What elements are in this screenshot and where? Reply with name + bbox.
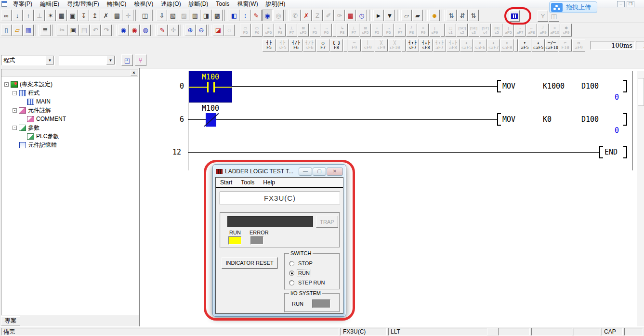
fkey-button[interactable]: ⊠sF5 <box>360 24 371 37</box>
toolbar-button[interactable] <box>369 10 372 21</box>
redo-icon[interactable]: ↷ <box>101 25 112 36</box>
fkey-button[interactable]: =aF10 <box>549 24 560 37</box>
toolbar-button[interactable] <box>114 25 117 36</box>
falling-edge-button[interactable]: ↓caF5 <box>532 39 545 52</box>
add-row-icon[interactable]: ↥ <box>90 10 100 21</box>
open-file-icon[interactable]: ▱ <box>12 25 23 36</box>
panel-grip[interactable]: × <box>1 69 138 77</box>
diagnostics-icon[interactable]: ☻ <box>429 10 440 21</box>
toolbar-button[interactable] <box>397 10 400 21</box>
monitor-a-icon[interactable]: ⇅ <box>446 10 457 21</box>
ladder-cursor-cell[interactable]: M100 <box>189 71 232 103</box>
parallel-closed-button[interactable]: ┤/├sF6 <box>303 39 316 52</box>
tree-item-comment-folder[interactable]: - 元件註解 <box>1 106 138 115</box>
falling-pulse-button[interactable]: ┤↓├sF8 <box>420 39 433 52</box>
close-icon[interactable]: × <box>131 70 137 76</box>
delete-h-line-button[interactable]: ╳cF9 <box>375 39 388 52</box>
radio-icon[interactable] <box>289 271 294 276</box>
tree-item-main[interactable]: MAIN <box>1 97 138 106</box>
fkey-button[interactable]: ┘F8 <box>406 24 417 37</box>
tree-item-device-memory[interactable]: 元件記憶體 <box>1 141 138 149</box>
tree-expand-icon[interactable]: - <box>4 82 9 87</box>
cascade-icon[interactable]: ▱ <box>401 10 412 21</box>
switch-radio[interactable]: STOP <box>289 260 314 267</box>
menu-convert[interactable]: 轉換(C) <box>103 0 131 8</box>
find-abc-icon[interactable]: ◍ <box>140 25 151 36</box>
closed-contact-button[interactable]: ┤/├F6 <box>289 39 302 52</box>
restore-button[interactable]: ❐ <box>627 1 634 7</box>
fkey-button[interactable]: ¬aF7 <box>514 24 526 37</box>
toolbar-button[interactable] <box>209 25 211 36</box>
rising-pulse-button[interactable]: ┤↑├sF7 <box>406 39 419 52</box>
fkey-button[interactable]: +F5 <box>309 24 320 37</box>
tree-item-comment[interactable]: COMMENT <box>1 115 138 123</box>
drag-upload-button[interactable]: 拖拽上传 <box>549 1 597 13</box>
monitor-c-icon[interactable]: ⇅ <box>468 10 479 21</box>
menu-tools[interactable]: Tools <box>212 0 233 8</box>
coil-button[interactable]: ○F7 <box>316 39 329 52</box>
write-mode-icon[interactable]: ✎ <box>157 25 168 36</box>
radio-icon[interactable] <box>289 261 294 266</box>
toolbar-button[interactable] <box>224 10 227 21</box>
block-combo[interactable]: ▼ <box>59 55 116 65</box>
menu-online[interactable]: 連線(O) <box>157 0 184 8</box>
project-tree-toggle-icon[interactable]: ⑂ <box>135 54 146 66</box>
grid-monitor-icon[interactable]: ▩ <box>212 10 223 21</box>
indicator-reset-button[interactable]: INDICATOR RESET <box>222 257 277 269</box>
toolbar-button[interactable] <box>152 10 155 21</box>
step-stop-icon[interactable]: ▼ <box>384 10 395 21</box>
toolbar-button[interactable] <box>425 10 428 21</box>
chevron-down-icon[interactable]: ▼ <box>46 56 54 65</box>
edit-a-icon[interactable]: ✐ <box>323 10 334 21</box>
fkey-button[interactable]: ¬F6 <box>321 24 332 37</box>
io-grid-icon[interactable]: ▦ <box>345 10 356 21</box>
dialog-close-button[interactable]: ✕ <box>327 168 343 176</box>
fkey-button[interactable]: ↳F8 <box>337 24 348 37</box>
toolbar-button[interactable] <box>135 10 138 21</box>
fkey-button[interactable]: =F9 <box>418 24 429 37</box>
screen-switch-icon[interactable]: ◪ <box>213 25 223 36</box>
drag-icon[interactable]: ✛ <box>123 10 133 21</box>
rising-edge-button[interactable]: ↑aF5 <box>518 39 531 52</box>
toolbar-button[interactable] <box>36 25 39 36</box>
tree-item-program[interactable]: - 程式 <box>1 89 138 97</box>
zoom-in-icon[interactable]: ⊕ <box>185 25 196 36</box>
parallel-falling-button[interactable]: ┤↓├aF8 <box>447 39 460 52</box>
transfer-icon[interactable]: Z <box>312 10 323 21</box>
fkey-button[interactable]: ▭F5 <box>240 24 251 37</box>
minimize-button[interactable]: – <box>617 1 625 7</box>
trap-button[interactable]: TRAP <box>316 216 338 228</box>
fkey-button[interactable]: ⊠sF5 <box>298 24 309 37</box>
tile-icon[interactable]: ▰ <box>412 10 423 21</box>
fkey-button[interactable]: ⊥F7 <box>348 24 359 37</box>
step-trace-icon[interactable]: ▥ <box>190 10 200 21</box>
undo-icon[interactable]: ↶ <box>90 25 101 36</box>
y-device-icon[interactable]: Y <box>538 10 548 22</box>
radio-icon[interactable] <box>289 280 294 285</box>
comment-display-icon[interactable]: ◰ <box>121 54 133 66</box>
program-type-combo[interactable]: 程式▼ <box>1 55 55 65</box>
fkey-button[interactable]: ▭F6 <box>251 24 263 37</box>
edit-b-icon[interactable]: ✑ <box>334 10 345 21</box>
invert-rising-button[interactable]: ⇞saF5 <box>460 39 473 52</box>
fkey-button[interactable]: [ST]c4 <box>480 24 491 37</box>
fkey-button[interactable]: ↳F8 <box>275 24 286 37</box>
tree-expand-icon[interactable]: - <box>13 91 17 95</box>
ladder-logic-test-tool-icon[interactable] <box>509 10 520 22</box>
verify-icon[interactable]: ▧ <box>168 10 178 21</box>
fkey-button[interactable]: [SE]c3 <box>468 24 479 37</box>
dialog-menu-start[interactable]: Start <box>216 179 237 186</box>
parallel-open-button[interactable]: ┤├sF5 <box>276 39 289 52</box>
delete-v-line-button[interactable]: ╳cF10 <box>388 39 401 52</box>
device-tree-icon[interactable]: ⁝ <box>240 10 250 21</box>
cut-icon[interactable]: ✂ <box>57 25 67 36</box>
fkey-button[interactable]: [R]c5 <box>491 24 502 37</box>
application-instruction-button[interactable]: { }F8 <box>330 39 343 52</box>
fkey-button[interactable]: +F5 <box>371 24 382 37</box>
phone-icon[interactable]: ✆ <box>290 10 301 21</box>
find-up-icon[interactable]: ↑ <box>23 10 34 21</box>
fkey-button[interactable]: ⊥F7 <box>286 24 297 37</box>
vertical-scrollbar[interactable] <box>637 71 644 326</box>
step-run-icon[interactable]: ► <box>373 10 384 21</box>
branch-button[interactable]: ⌐F10 <box>559 39 572 52</box>
